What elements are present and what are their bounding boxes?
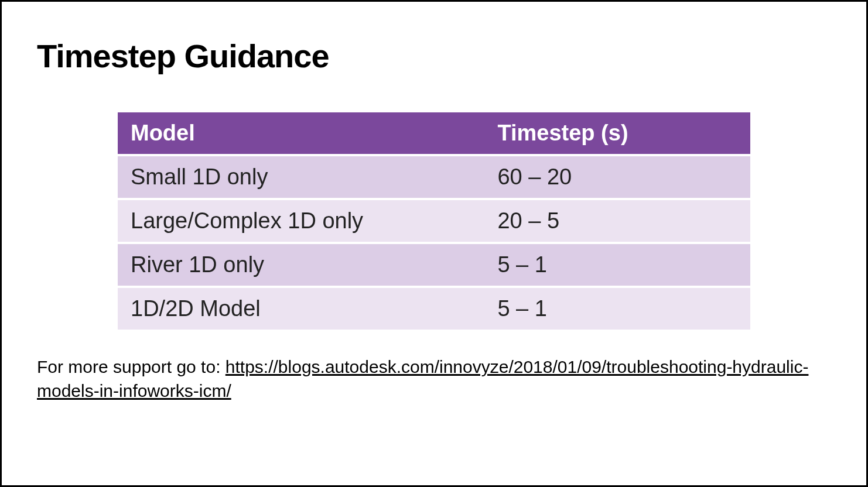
cell-timestep: 20 – 5 (484, 200, 750, 242)
table-row: River 1D only 5 – 1 (118, 244, 750, 286)
footnote-prefix: For more support go to: (37, 357, 225, 376)
header-model: Model (118, 112, 484, 154)
table-header-row: Model Timestep (s) (118, 112, 750, 154)
footnote: For more support go to: https://blogs.au… (37, 355, 831, 403)
header-timestep: Timestep (s) (484, 112, 750, 154)
table-row: 1D/2D Model 5 – 1 (118, 288, 750, 330)
page-title: Timestep Guidance (37, 37, 831, 75)
table-row: Large/Complex 1D only 20 – 5 (118, 200, 750, 242)
slide-frame: Timestep Guidance Model Timestep (s) Sma… (0, 0, 868, 487)
cell-timestep: 60 – 20 (484, 156, 750, 198)
cell-model: River 1D only (118, 244, 484, 286)
cell-timestep: 5 – 1 (484, 244, 750, 286)
table-row: Small 1D only 60 – 20 (118, 156, 750, 198)
cell-model: Small 1D only (118, 156, 484, 198)
cell-model: Large/Complex 1D only (118, 200, 484, 242)
guidance-table-wrap: Model Timestep (s) Small 1D only 60 – 20… (118, 110, 750, 332)
guidance-table: Model Timestep (s) Small 1D only 60 – 20… (118, 110, 750, 332)
cell-model: 1D/2D Model (118, 288, 484, 330)
cell-timestep: 5 – 1 (484, 288, 750, 330)
